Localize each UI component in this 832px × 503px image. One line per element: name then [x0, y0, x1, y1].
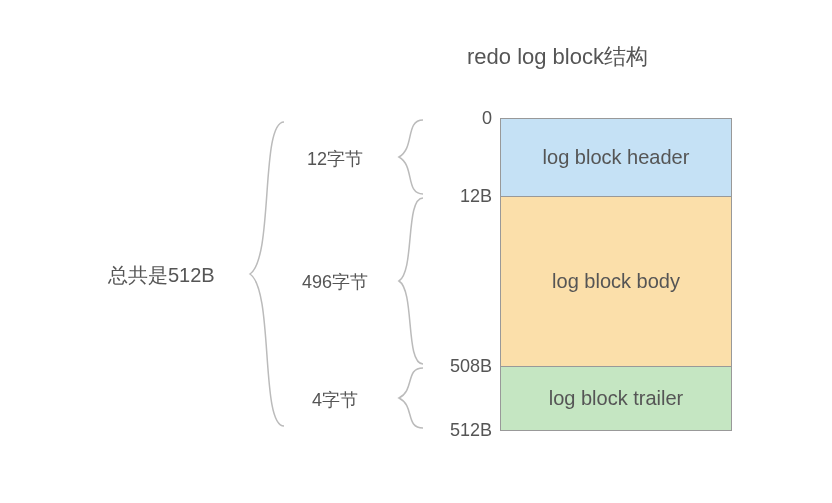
size-header-label: 12字节: [295, 147, 375, 171]
diagram-stage: redo log block结构 log block header log bl…: [0, 0, 832, 503]
block-body: log block body: [501, 197, 731, 367]
brace-total-icon: [236, 118, 286, 430]
total-size-label: 总共是512B: [108, 262, 215, 289]
block-trailer-label: log block trailer: [549, 387, 684, 410]
offset-0: 0: [432, 108, 492, 129]
size-body-label: 496字节: [295, 270, 375, 294]
brace-header-icon: [385, 118, 425, 196]
offset-512: 512B: [432, 420, 492, 441]
block-header-label: log block header: [543, 146, 690, 169]
brace-body-icon: [385, 196, 425, 366]
offset-12: 12B: [432, 186, 492, 207]
block-body-label: log block body: [552, 270, 680, 293]
offset-508: 508B: [432, 356, 492, 377]
block-stack: log block header log block body log bloc…: [500, 118, 732, 431]
block-trailer: log block trailer: [501, 367, 731, 431]
diagram-title: redo log block结构: [467, 42, 648, 72]
block-header: log block header: [501, 119, 731, 197]
brace-trailer-icon: [385, 366, 425, 430]
size-trailer-label: 4字节: [295, 388, 375, 412]
